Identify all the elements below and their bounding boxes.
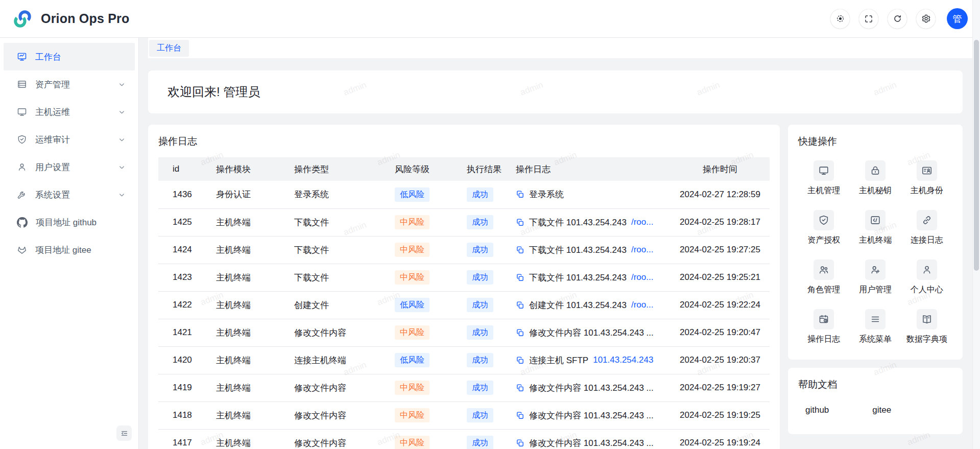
quick-action-label: 资产授权 [807, 235, 840, 246]
cell-result: 成功 [453, 346, 502, 374]
copy-icon[interactable] [516, 246, 524, 254]
quick-actions-card: 快捷操作 主机管理 主机秘钥 [788, 125, 963, 360]
page-scrollbar[interactable] [972, 0, 980, 449]
log-link[interactable]: /roo... [631, 272, 653, 282]
cell-type: 修改文件内容 [280, 429, 381, 449]
log-link[interactable]: /roo... [631, 217, 653, 227]
log-link[interactable]: /roo... [631, 245, 653, 255]
sidebar-item[interactable]: 运维审计 [4, 126, 135, 153]
quick-action-item[interactable]: 操作日志 [798, 309, 850, 359]
cell-module: 主机终端 [202, 264, 280, 291]
cell-risk: 中风险 [381, 374, 453, 401]
help-link-gitee[interactable]: gitee [872, 405, 891, 415]
risk-badge: 中风险 [395, 325, 429, 340]
quick-action-item[interactable]: 个人中心 [901, 259, 952, 309]
cell-risk: 中风险 [381, 236, 453, 264]
risk-badge: 中风险 [395, 381, 429, 395]
copy-icon[interactable] [516, 273, 524, 282]
cell-id: 1423 [158, 264, 202, 291]
help-docs-card: 帮助文档 github gitee [788, 368, 963, 434]
cell-time: 2024-02-25 19:20:47 [671, 319, 770, 346]
cell-risk: 低风险 [381, 181, 453, 208]
cell-log: 登录系统 [502, 181, 671, 208]
sidebar-item[interactable]: 项目地址 gitee [4, 236, 135, 264]
cell-risk: 中风险 [381, 208, 453, 236]
sidebar-collapse-button[interactable] [116, 426, 132, 441]
help-link-github[interactable]: github [805, 405, 829, 415]
cell-module: 主机终端 [202, 401, 280, 429]
welcome-message: 欢迎回来! 管理员 [168, 84, 260, 100]
table-row: 1418 主机终端 修改文件内容 中风险 成功 [158, 401, 770, 429]
asset-icon [17, 79, 27, 89]
scrollbar-thumb[interactable] [974, 40, 979, 271]
cell-log: 创建文件 101.43.254.243 /roo... [502, 291, 671, 319]
sidebar-item[interactable]: 用户设置 [4, 153, 135, 181]
copy-icon[interactable] [516, 301, 524, 310]
sidebar-item-label: 主机运维 [35, 106, 70, 118]
copy-icon[interactable] [516, 356, 524, 365]
header-actions: 管 [830, 8, 968, 29]
cell-id: 1417 [158, 429, 202, 449]
copy-icon[interactable] [516, 190, 524, 199]
github-icon [17, 217, 28, 228]
col-header-type: 操作类型 [280, 157, 381, 181]
log-link[interactable]: 101.43.254.243 [593, 355, 653, 365]
table-row: 1422 主机终端 创建文件 低风险 成功 [158, 291, 770, 319]
cell-module: 主机终端 [202, 346, 280, 374]
log-text: 修改文件内容 101.43.254.243 ... [529, 410, 654, 421]
copy-icon[interactable] [516, 411, 524, 420]
copy-icon[interactable] [516, 384, 524, 392]
quick-action-item[interactable]: 主机管理 [798, 160, 850, 210]
cell-module: 主机终端 [202, 374, 280, 401]
copy-icon[interactable] [516, 328, 524, 337]
quick-action-item[interactable]: 主机秘钥 [850, 160, 901, 210]
operation-log-table: id 操作模块 操作类型 风险等级 执行结果 操作日志 操作时间 [158, 157, 770, 449]
risk-badge: 中风险 [395, 436, 429, 449]
host-icon [17, 107, 27, 117]
sidebar-item[interactable]: 系统设置 [4, 181, 135, 208]
cell-time: 2024-02-25 19:19:27 [671, 374, 770, 401]
user-avatar[interactable]: 管 [947, 8, 968, 29]
theme-toggle-button[interactable] [830, 9, 850, 29]
sidebar-item[interactable]: 资产管理 [4, 70, 135, 98]
sidebar-item[interactable]: 主机运维 [4, 98, 135, 126]
chevron-down-icon [118, 136, 126, 144]
sidebar-item-label: 系统设置 [35, 189, 70, 201]
quick-action-label: 个人中心 [911, 285, 943, 295]
fullscreen-button[interactable] [859, 9, 878, 29]
quick-action-item[interactable]: 主机身份 [901, 160, 952, 210]
result-badge: 成功 [467, 381, 493, 395]
sidebar-item-label: 项目地址 github [36, 217, 97, 228]
log-link[interactable]: /roo... [631, 300, 653, 310]
result-badge: 成功 [467, 298, 493, 312]
table-row: 1417 主机终端 修改文件内容 中风险 成功 [158, 429, 770, 449]
risk-badge: 低风险 [395, 298, 429, 312]
refresh-button[interactable] [888, 9, 907, 29]
quick-action-item[interactable]: 数据字典项 [901, 309, 952, 359]
sidebar-item[interactable]: 项目地址 github [4, 208, 135, 236]
person-icon [917, 259, 937, 280]
cell-type: 修改文件内容 [280, 319, 381, 346]
settings-button[interactable] [916, 9, 936, 29]
sidebar-item-label: 运维审计 [35, 134, 70, 146]
cell-id: 1420 [158, 346, 202, 374]
col-header-time: 操作时间 [671, 157, 770, 181]
table-row: 1436 身份认证 登录系统 低风险 成功 [158, 181, 770, 208]
quick-action-item[interactable]: 系统菜单 [850, 309, 901, 359]
main-area: 工作台 欢迎回来! 管理员 操作日志 i [139, 38, 980, 449]
result-badge: 成功 [467, 187, 493, 202]
copy-icon[interactable] [516, 218, 524, 227]
chevron-down-icon [118, 163, 126, 171]
breadcrumb-tab-workbench[interactable]: 工作台 [149, 40, 189, 57]
col-header-id: id [158, 157, 202, 181]
sidebar-item[interactable]: 工作台 [4, 43, 135, 70]
table-header-row: id 操作模块 操作类型 风险等级 执行结果 操作日志 操作时间 [158, 157, 770, 181]
quick-action-label: 系统菜单 [859, 334, 892, 345]
copy-icon[interactable] [516, 439, 524, 447]
quick-action-item[interactable]: 用户管理 [850, 259, 901, 309]
quick-action-item[interactable]: 主机终端 [850, 210, 901, 259]
quick-action-item[interactable]: 角色管理 [798, 259, 850, 309]
quick-action-item[interactable]: 资产授权 [798, 210, 850, 259]
user-icon [17, 162, 27, 172]
quick-action-item[interactable]: 连接日志 [901, 210, 952, 259]
